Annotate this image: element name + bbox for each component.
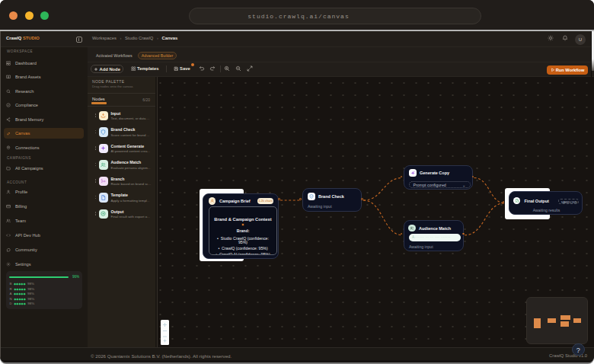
svg-text:MARKDOWN: MARKDOWN <box>561 200 577 204</box>
